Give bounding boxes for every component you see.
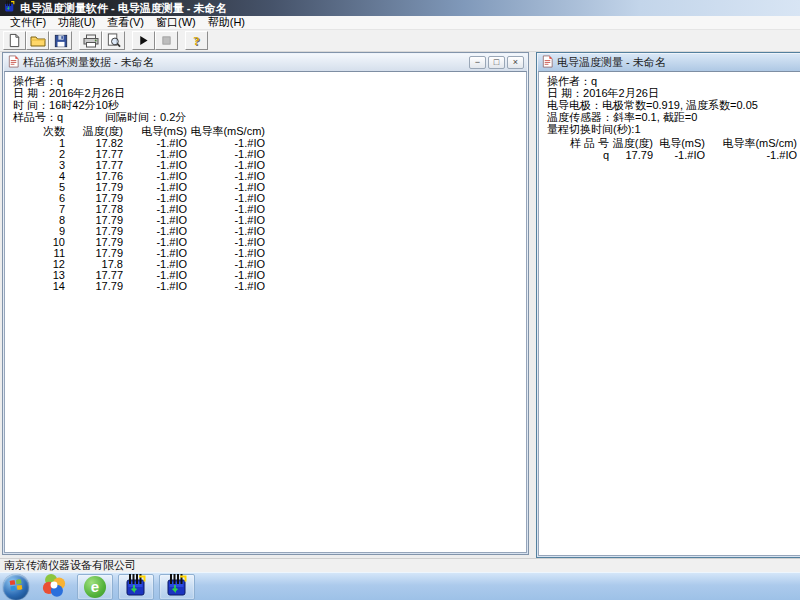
table-row: 417.76-1.#IO-1.#IO — [13, 171, 526, 182]
time-line: 时 间：16时42分10秒 — [13, 99, 526, 111]
stop-measure-icon — [160, 34, 173, 47]
print-button[interactable] — [79, 31, 102, 50]
table-row: 1417.79-1.#IO-1.#IO — [13, 281, 526, 292]
save-icon — [54, 34, 68, 48]
table-cell: 8 — [13, 215, 65, 226]
menu-function[interactable]: 功能(U) — [52, 15, 101, 30]
table-cell: -1.#IO — [653, 150, 705, 161]
left-window-titlebar[interactable]: 样品循环测量数据 - 未命名 − □ × — [4, 54, 527, 71]
menu-window[interactable]: 窗口(W) — [150, 15, 202, 30]
left-window-controls: − □ × — [469, 56, 524, 69]
table-row: 717.78-1.#IO-1.#IO — [13, 204, 526, 215]
save-button[interactable] — [49, 31, 72, 50]
measurement-table: 次数温度(度)电导(mS)电导率(mS/cm)117.82-1.#IO-1.#I… — [13, 125, 526, 292]
open-button[interactable] — [26, 31, 49, 50]
desktop: 电导温度测量软件 - 电导温度测量 - 未命名 文件(F) 功能(U) 查看(V… — [0, 0, 800, 600]
main-title: 电导温度测量软件 - 电导温度测量 - 未命名 — [20, 1, 227, 16]
stop-measure-button[interactable] — [155, 31, 178, 50]
table-cell: -1.#IO — [187, 281, 265, 292]
pinwheel-app-button[interactable] — [39, 574, 69, 600]
interval-time: 间隔时间：0.2分 — [105, 111, 186, 123]
start-button[interactable] — [3, 574, 29, 600]
left-window-content: 操作者：q 日 期：2016年2月26日 时 间：16时42分10秒 样品号：q… — [4, 71, 527, 553]
menu-view[interactable]: 查看(V) — [101, 15, 150, 30]
table-row: 117.82-1.#IO-1.#IO — [13, 138, 526, 149]
toolbar: ? — [0, 30, 800, 52]
start-measure-icon — [137, 34, 150, 47]
date-line: 日 期：2016年2月26日 — [13, 87, 526, 99]
app-taskbar-button-2[interactable] — [159, 574, 195, 600]
live-reading-table: 样 品 号温度(度)电导(mS)电导率(mS/cm)q17.79-1.#IO-1… — [547, 137, 800, 161]
restore-button[interactable]: □ — [488, 56, 505, 69]
table-header-row: 次数温度(度)电导(mS)电导率(mS/cm) — [13, 125, 526, 138]
table-cell: 2 — [13, 149, 65, 160]
table-row: 517.79-1.#IO-1.#IO — [13, 182, 526, 193]
status-text: 南京传滴仪器设备有限公司 — [4, 558, 136, 573]
table-cell: 1 — [13, 138, 65, 149]
sensor-line: 温度传感器：斜率=0.1, 截距=0 — [547, 111, 800, 123]
right-window-titlebar[interactable]: 电导温度测量 - 未命名 — [538, 54, 800, 71]
table-cell: 4 — [13, 171, 65, 182]
table-row: 317.77-1.#IO-1.#IO — [13, 160, 526, 171]
table-row: 617.79-1.#IO-1.#IO — [13, 193, 526, 204]
table-row: 1017.79-1.#IO-1.#IO — [13, 237, 526, 248]
pinwheel-icon — [41, 572, 67, 600]
conductivity-measure-window: 电导温度测量 - 未命名 操作者：q 日 期：2016年2月26日 电导电极：电… — [536, 52, 800, 558]
table-header-cell: 样 品 号 — [547, 137, 609, 150]
sample-cycle-data-window: 样品循环测量数据 - 未命名 − □ × 操作者：q 日 期：2016年2月26… — [2, 52, 529, 555]
browser-e-icon: e — [84, 576, 106, 598]
toolbar-file-group — [3, 31, 72, 50]
main-titlebar[interactable]: 电导温度测量软件 - 电导温度测量 - 未命名 — [0, 0, 800, 16]
menu-file[interactable]: 文件(F) — [4, 15, 52, 30]
date-line: 日 期：2016年2月26日 — [547, 87, 800, 99]
table-cell: 3 — [13, 160, 65, 171]
operator-line: 操作者：q — [13, 75, 526, 87]
table-row: 817.79-1.#IO-1.#IO — [13, 215, 526, 226]
right-window-content: 操作者：q 日 期：2016年2月26日 电导电极：电极常数=0.919, 温度… — [538, 71, 800, 556]
menu-bar: 文件(F) 功能(U) 查看(V) 窗口(W) 帮助(H) — [0, 16, 800, 30]
operator-line: 操作者：q — [547, 75, 800, 87]
menu-help[interactable]: 帮助(H) — [202, 15, 251, 30]
new-file-icon — [7, 33, 22, 48]
table-cell: 14 — [13, 281, 65, 292]
app-taskbar-button-1[interactable] — [118, 574, 154, 600]
document-icon — [541, 55, 554, 70]
help-icon: ? — [193, 34, 200, 47]
close-button[interactable]: × — [507, 56, 524, 69]
table-cell: 17.79 — [609, 150, 653, 161]
status-bar: 南京传滴仪器设备有限公司 — [0, 558, 800, 572]
windows-start-icon — [9, 578, 23, 596]
toolbar-run-group — [132, 31, 178, 50]
table-row: 1117.79-1.#IO-1.#IO — [13, 248, 526, 259]
help-button[interactable]: ? — [185, 31, 208, 50]
open-folder-icon — [30, 34, 46, 48]
table-row: 1217.8-1.#IO-1.#IO — [13, 259, 526, 270]
app-beaker-icon — [124, 573, 148, 600]
electrode-line: 电导电极：电极常数=0.919, 温度系数=0.05 — [547, 99, 800, 111]
browser-taskbar-button[interactable]: e — [77, 574, 113, 600]
left-window-title: 样品循环测量数据 - 未命名 — [23, 55, 154, 70]
table-row: 1317.77-1.#IO-1.#IO — [13, 270, 526, 281]
app-beaker-icon — [165, 573, 189, 600]
minimize-button[interactable]: − — [469, 56, 486, 69]
print-preview-icon — [106, 33, 121, 48]
table-cell: 7 — [13, 204, 65, 215]
document-icon — [7, 55, 20, 70]
table-header-cell: 次数 — [13, 125, 65, 138]
table-cell: 6 — [13, 193, 65, 204]
toolbar-help-group: ? — [185, 31, 208, 50]
table-cell: -1.#IO — [123, 281, 187, 292]
sample-id: 样品号：q — [13, 111, 105, 123]
print-preview-button[interactable] — [102, 31, 125, 50]
sample-line: 样品号：q 间隔时间：0.2分 — [13, 111, 526, 123]
range-switch-line: 量程切换时间(秒):1 — [547, 123, 800, 135]
app-window: 电导温度测量软件 - 电导温度测量 - 未命名 文件(F) 功能(U) 查看(V… — [0, 0, 800, 572]
table-row: 217.77-1.#IO-1.#IO — [13, 149, 526, 160]
new-button[interactable] — [3, 31, 26, 50]
table-cell: -1.#IO — [705, 150, 797, 161]
toolbar-print-group — [79, 31, 125, 50]
start-measure-button[interactable] — [132, 31, 155, 50]
table-cell: q — [547, 150, 609, 161]
mdi-area: 样品循环测量数据 - 未命名 − □ × 操作者：q 日 期：2016年2月26… — [0, 52, 800, 558]
taskbar: e — [0, 572, 800, 600]
